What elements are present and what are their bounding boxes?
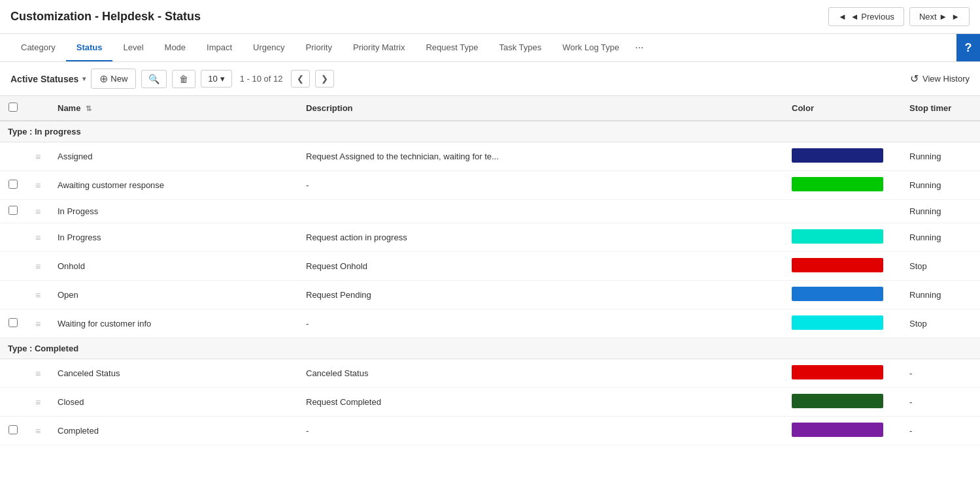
row-name-cell: In Progess [50,200,298,223]
row-checkbox[interactable] [8,425,18,434]
row-checkbox-cell [0,200,26,223]
row-checkbox[interactable] [8,318,18,327]
drag-handle-icon[interactable]: ≡ [35,206,41,217]
pagination-info: 1 - 10 of 12 [240,74,283,84]
row-description-cell: Request Assigned to the technician, wait… [298,142,784,171]
prev-page-button[interactable]: ❮ [291,70,310,88]
row-name-cell: Open [50,281,298,310]
row-description-cell: Request Completed [298,388,784,417]
tab-status[interactable]: Status [66,35,113,61]
row-stop-timer-cell: Stop [902,252,980,281]
row-name-cell: Assigned [50,142,298,171]
drag-handle-icon[interactable]: ≡ [35,152,41,162]
select-all-checkbox[interactable] [8,103,18,112]
header-checkbox-col [0,96,26,121]
next-button[interactable]: Next ► ► [909,7,970,26]
row-color-cell [784,359,902,388]
row-description-cell: Request Pending [298,281,784,310]
drag-handle-cell: ≡ [26,171,50,200]
tab-request-type[interactable]: Request Type [415,35,488,61]
row-checkbox[interactable] [8,180,18,189]
row-name-cell: Waiting for customer info [50,310,298,338]
group-header-label: Type : In progress [0,121,980,142]
group-header-label: Type : Completed [0,338,980,359]
row-name-cell: Awaiting customer response [50,171,298,200]
tab-mode[interactable]: Mode [154,35,197,61]
drag-handle-cell: ≡ [26,252,50,281]
prev-arrow-icon: ◄ [838,12,847,22]
delete-button[interactable]: 🗑 [172,70,195,88]
table-row: ≡Awaiting customer response-Running [0,171,980,200]
row-stop-timer-cell: Running [902,281,980,310]
tab-urgency[interactable]: Urgency [243,35,295,61]
drag-handle-icon[interactable]: ≡ [35,180,41,191]
row-color-cell [784,417,902,445]
drag-handle-icon[interactable]: ≡ [35,368,41,379]
help-button[interactable]: ? [956,34,980,61]
tab-task-types[interactable]: Task Types [488,35,552,61]
active-statuses-dropdown[interactable]: Active Statuses ▾ [10,74,86,84]
new-button[interactable]: ⊕ New [91,69,136,89]
color-swatch [792,229,883,244]
table-row: ≡Canceled StatusCanceled Status- [0,359,980,388]
row-description-cell: - [298,417,784,445]
tab-more[interactable]: ··· [630,34,649,61]
next-page-icon: ❯ [321,74,328,84]
tab-level[interactable]: Level [112,35,154,61]
top-nav-buttons: ◄ ◄ Previous Next ► ► [828,7,970,26]
color-swatch [792,287,883,301]
drag-handle-icon[interactable]: ≡ [35,397,41,408]
row-stop-timer-cell: Running [902,142,980,171]
row-checkbox-cell [0,417,26,445]
prev-page-icon: ❮ [297,74,304,84]
search-button[interactable]: 🔍 [141,70,167,88]
delete-icon: 🗑 [179,74,188,84]
table-row: ≡Waiting for customer info-Stop [0,310,980,338]
row-description-cell: - [298,310,784,338]
row-checkbox-cell [0,310,26,338]
header-drag-col [26,96,50,121]
table-row: ≡ClosedRequest Completed- [0,388,980,417]
drag-handle-cell: ≡ [26,359,50,388]
next-label: Next ► [919,12,947,22]
tab-category[interactable]: Category [10,35,66,61]
per-page-value: 10 [208,74,217,84]
drag-handle-cell: ≡ [26,417,50,445]
chevron-down-icon: ▾ [82,75,86,82]
row-checkbox[interactable] [8,206,18,215]
color-swatch [792,177,883,191]
tab-priority[interactable]: Priority [296,35,343,61]
data-table: Name ⇅ Description Color Stop timer Type… [0,96,980,445]
drag-handle-cell: ≡ [26,142,50,171]
active-statuses-label: Active Statuses [10,74,78,84]
table-row: ≡In ProgessRunning [0,200,980,223]
header-name-col[interactable]: Name ⇅ [50,96,298,121]
next-page-button[interactable]: ❯ [315,70,334,88]
color-swatch [792,394,883,408]
row-checkbox-cell [0,142,26,171]
search-icon: 🔍 [148,74,160,84]
tab-work-log-type[interactable]: Work Log Type [552,35,630,61]
row-stop-timer-cell: - [902,359,980,388]
drag-handle-icon[interactable]: ≡ [35,290,41,300]
view-history-button[interactable]: ↺ View History [910,72,970,85]
history-icon: ↺ [910,72,919,85]
table-row: ≡Completed-- [0,417,980,445]
tab-impact[interactable]: Impact [196,35,243,61]
drag-handle-icon[interactable]: ≡ [35,426,41,436]
drag-handle-icon[interactable]: ≡ [35,233,41,243]
top-bar: Customization - Helpdesk - Status ◄ ◄ Pr… [0,0,980,34]
table-row: ≡AssignedRequest Assigned to the technic… [0,142,980,171]
previous-button[interactable]: ◄ ◄ Previous [828,7,904,26]
row-stop-timer-cell: Stop [902,310,980,338]
row-checkbox-cell [0,359,26,388]
tab-priority-matrix[interactable]: Priority Matrix [343,35,415,61]
header-description-col: Description [298,96,784,121]
drag-handle-cell: ≡ [26,281,50,310]
row-color-cell [784,200,902,223]
drag-handle-icon[interactable]: ≡ [35,319,41,329]
per-page-dropdown[interactable]: 10 ▾ [201,70,231,88]
sort-icon: ⇅ [86,104,92,112]
row-checkbox-cell [0,171,26,200]
drag-handle-icon[interactable]: ≡ [35,261,41,272]
